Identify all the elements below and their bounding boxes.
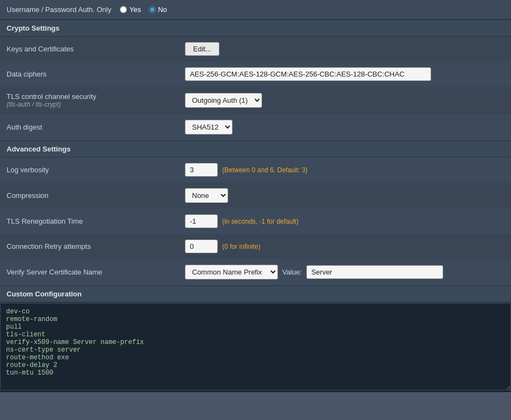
config-textarea-wrapper bbox=[0, 302, 511, 392]
ciphers-label: Data ciphers bbox=[7, 70, 185, 78]
yes-label: Yes bbox=[129, 5, 141, 14]
advanced-section-header: Advanced Settings bbox=[0, 141, 511, 158]
compression-select[interactable]: None LZO LZ4 LZ4-v2 Stub bbox=[185, 188, 228, 203]
yes-option[interactable]: Yes bbox=[120, 5, 141, 14]
auth-digest-content: SHA512 SHA256 SHA1 MD5 bbox=[185, 120, 504, 135]
verify-cert-label: Verify Server Certificate Name bbox=[7, 268, 185, 276]
tls-reneg-content: (in seconds, -1 for default) bbox=[185, 214, 504, 228]
no-option[interactable]: No bbox=[149, 5, 167, 14]
tls-content: Outgoing Auth (1) Outgoing Auth (2) Inco… bbox=[185, 93, 504, 108]
tls-reneg-label: TLS Renegotiation Time bbox=[7, 217, 185, 225]
verify-cert-select[interactable]: Common Name Prefix Common Name Subject A… bbox=[185, 265, 278, 279]
log-verbosity-content: (Between 0 and 6. Default: 3) bbox=[185, 163, 504, 177]
compression-row: Compression None LZO LZ4 LZ4-v2 Stub bbox=[0, 183, 511, 209]
yes-radio[interactable] bbox=[120, 6, 127, 13]
keys-label: Keys and Certificates bbox=[7, 45, 185, 53]
retry-content: (0 for infinite) bbox=[185, 240, 504, 253]
keys-edit-button[interactable]: Edit... bbox=[185, 42, 219, 56]
keys-row: Keys and Certificates Edit... bbox=[0, 37, 511, 62]
auth-digest-row: Auth digest SHA512 SHA256 SHA1 MD5 bbox=[0, 114, 511, 141]
tls-reneg-input[interactable] bbox=[185, 214, 218, 228]
auth-digest-select[interactable]: SHA512 SHA256 SHA1 MD5 bbox=[185, 120, 233, 135]
tls-reneg-row: TLS Renegotiation Time (in seconds, -1 f… bbox=[0, 209, 511, 234]
log-verbosity-hint: (Between 0 and 6. Default: 3) bbox=[222, 166, 307, 174]
log-verbosity-row: Log verbosity (Between 0 and 6. Default:… bbox=[0, 158, 511, 183]
tls-select[interactable]: Outgoing Auth (1) Outgoing Auth (2) Inco… bbox=[185, 93, 262, 108]
config-textarea[interactable] bbox=[0, 303, 511, 390]
cert-value-input[interactable] bbox=[306, 265, 443, 279]
crypto-section-header: Crypto Settings bbox=[0, 20, 511, 37]
ciphers-content bbox=[185, 67, 504, 81]
log-verbosity-input[interactable] bbox=[185, 163, 218, 177]
auth-digest-label: Auth digest bbox=[7, 123, 185, 131]
tls-reneg-hint: (in seconds, -1 for default) bbox=[222, 218, 298, 225]
cert-value-label: Value: bbox=[282, 268, 302, 276]
ciphers-row: Data ciphers bbox=[0, 62, 511, 87]
verify-cert-content: Common Name Prefix Common Name Subject A… bbox=[185, 265, 504, 279]
custom-config-header: Custom Configuration bbox=[0, 285, 511, 302]
retry-hint: (0 for infinite) bbox=[222, 243, 260, 250]
no-radio[interactable] bbox=[149, 6, 156, 13]
auth-only-label: Username / Password Auth. Only bbox=[7, 5, 111, 14]
ciphers-input[interactable] bbox=[185, 67, 431, 81]
tls-label: TLS control channel security (tls-auth /… bbox=[7, 92, 185, 108]
compression-content: None LZO LZ4 LZ4-v2 Stub bbox=[185, 188, 504, 203]
auth-only-row: Username / Password Auth. Only Yes No bbox=[0, 0, 511, 20]
tls-row: TLS control channel security (tls-auth /… bbox=[0, 87, 511, 114]
retry-label: Connection Retry attempts bbox=[7, 242, 185, 250]
compression-label: Compression bbox=[7, 191, 185, 200]
verify-cert-row: Verify Server Certificate Name Common Na… bbox=[0, 259, 511, 285]
retry-row: Connection Retry attempts (0 for infinit… bbox=[0, 234, 511, 259]
keys-content: Edit... bbox=[185, 42, 504, 56]
log-verbosity-label: Log verbosity bbox=[7, 166, 185, 174]
auth-radio-group: Yes No bbox=[120, 5, 167, 14]
retry-input[interactable] bbox=[185, 240, 218, 253]
no-label: No bbox=[158, 5, 167, 14]
